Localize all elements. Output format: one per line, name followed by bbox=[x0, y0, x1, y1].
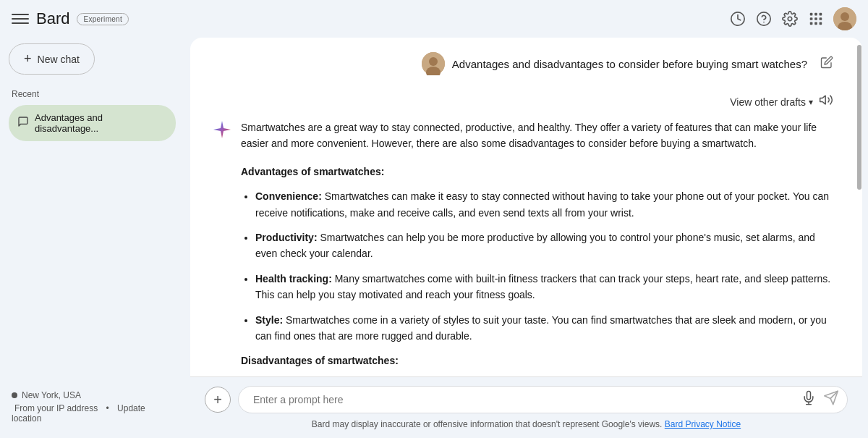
mic-icon[interactable] bbox=[801, 391, 816, 409]
svg-rect-7 bbox=[810, 17, 813, 20]
input-row: + bbox=[205, 386, 848, 413]
bard-content-row: Smartwatches are a great way to stay con… bbox=[212, 119, 833, 376]
new-chat-button[interactable]: + New chat bbox=[9, 43, 95, 75]
new-chat-label: New chat bbox=[38, 54, 80, 65]
volume-icon[interactable] bbox=[819, 93, 833, 111]
chevron-down-icon: ▾ bbox=[809, 97, 813, 107]
main-container: + New chat Recent Advantages and disadva… bbox=[0, 38, 868, 438]
location-text: New York, USA bbox=[22, 390, 81, 400]
prompt-input[interactable] bbox=[238, 386, 848, 413]
svg-rect-11 bbox=[814, 22, 817, 25]
response-header: View other drafts ▾ bbox=[212, 93, 833, 111]
advantage-item-2: Productivity: Smartwatches can help you … bbox=[255, 229, 833, 262]
menu-icon[interactable] bbox=[12, 10, 29, 28]
advantage-4-text: Smartwatches come in a variety of styles… bbox=[255, 314, 827, 342]
privacy-notice-link[interactable]: Bard Privacy Notice bbox=[665, 419, 741, 429]
user-avatar-small bbox=[422, 52, 445, 75]
chat-area: Advantages and disadvantages to consider… bbox=[190, 38, 862, 438]
bard-response: View other drafts ▾ bbox=[212, 93, 833, 376]
bard-response-text: Smartwatches are a great way to stay con… bbox=[241, 119, 833, 376]
help-icon[interactable] bbox=[755, 10, 773, 28]
separator: • bbox=[106, 403, 109, 413]
scrollbar-thumb[interactable] bbox=[857, 45, 861, 190]
svg-rect-4 bbox=[810, 13, 813, 16]
advantage-3-text: Many smartwatches come with built-in fit… bbox=[255, 273, 830, 300]
advantage-2-text: Smartwatches can help you be more produc… bbox=[255, 232, 815, 259]
user-message: Advantages and disadvantages to consider… bbox=[212, 52, 833, 75]
settings-icon[interactable] bbox=[781, 10, 799, 28]
user-question-text: Advantages and disadvantages to consider… bbox=[452, 58, 807, 70]
plus-icon: + bbox=[24, 51, 32, 67]
svg-rect-10 bbox=[810, 22, 813, 25]
input-area: + bbox=[190, 376, 862, 438]
disclaimer: Bard may display inaccurate or offensive… bbox=[205, 419, 848, 434]
grid-icon[interactable] bbox=[807, 10, 825, 28]
header-right bbox=[729, 7, 856, 30]
view-drafts-label: View other drafts bbox=[730, 96, 806, 108]
header-left: Bard Experiment bbox=[12, 9, 129, 28]
user-message-content: Advantages and disadvantages to consider… bbox=[422, 52, 833, 75]
svg-point-1 bbox=[757, 12, 770, 25]
ip-address-link[interactable]: From your IP address bbox=[14, 403, 98, 413]
advantage-1-text: Smartwatches can make it easy to stay co… bbox=[255, 190, 829, 218]
disclaimer-text: Bard may display inaccurate or offensive… bbox=[312, 419, 663, 429]
bard-logo-icon bbox=[212, 119, 232, 140]
svg-rect-8 bbox=[814, 17, 817, 20]
svg-rect-9 bbox=[820, 17, 822, 20]
svg-marker-19 bbox=[820, 96, 826, 104]
advantage-4-title: Style: bbox=[255, 314, 283, 326]
response-intro: Smartwatches are a great way to stay con… bbox=[241, 119, 833, 152]
edit-icon[interactable] bbox=[820, 56, 833, 72]
advantage-item-3: Health tracking: Many smartwatches come … bbox=[255, 271, 833, 303]
experiment-badge: Experiment bbox=[77, 13, 129, 25]
svg-rect-5 bbox=[814, 13, 817, 16]
advantage-2-title: Productivity: bbox=[255, 232, 318, 243]
advantages-heading: Advantages of smartwatches: bbox=[241, 164, 833, 180]
header: Bard Experiment bbox=[0, 0, 868, 38]
advantage-1-title: Convenience: bbox=[255, 190, 322, 202]
svg-rect-12 bbox=[820, 22, 822, 25]
sidebar-links: From your IP address • Update location bbox=[12, 403, 173, 424]
sidebar: + New chat Recent Advantages and disadva… bbox=[0, 38, 184, 438]
attach-button[interactable]: + bbox=[205, 387, 231, 413]
advantage-item-4: Style: Smartwatches come in a variety of… bbox=[255, 312, 833, 345]
advantage-item-1: Convenience: Smartwatches can make it ea… bbox=[255, 188, 833, 221]
chat-icon bbox=[17, 116, 29, 130]
recent-label: Recent bbox=[9, 89, 176, 99]
chat-item-label: Advantages and disadvantage... bbox=[35, 112, 167, 134]
advantages-list: Convenience: Smartwatches can make it ea… bbox=[241, 188, 833, 344]
input-wrapper bbox=[238, 386, 848, 413]
scrollbar-track[interactable] bbox=[856, 38, 862, 438]
location-indicator: New York, USA bbox=[12, 390, 173, 400]
recent-chat-item[interactable]: Advantages and disadvantage... bbox=[9, 105, 176, 141]
svg-point-3 bbox=[788, 17, 792, 21]
advantage-3-title: Health tracking: bbox=[255, 273, 332, 285]
view-drafts-button[interactable]: View other drafts ▾ bbox=[730, 96, 813, 108]
svg-rect-6 bbox=[820, 13, 822, 16]
svg-point-17 bbox=[429, 57, 438, 66]
user-avatar[interactable] bbox=[833, 7, 856, 30]
history-icon[interactable] bbox=[729, 10, 746, 28]
app-title: Bard bbox=[36, 9, 69, 28]
dot-icon bbox=[12, 392, 17, 398]
chat-scrollable[interactable]: Advantages and disadvantages to consider… bbox=[190, 38, 862, 376]
sidebar-footer: New York, USA From your IP address • Upd… bbox=[9, 382, 176, 432]
svg-point-14 bbox=[841, 12, 849, 21]
disadvantages-heading: Disadvantages of smartwatches: bbox=[241, 353, 833, 368]
send-icon[interactable] bbox=[823, 390, 839, 410]
